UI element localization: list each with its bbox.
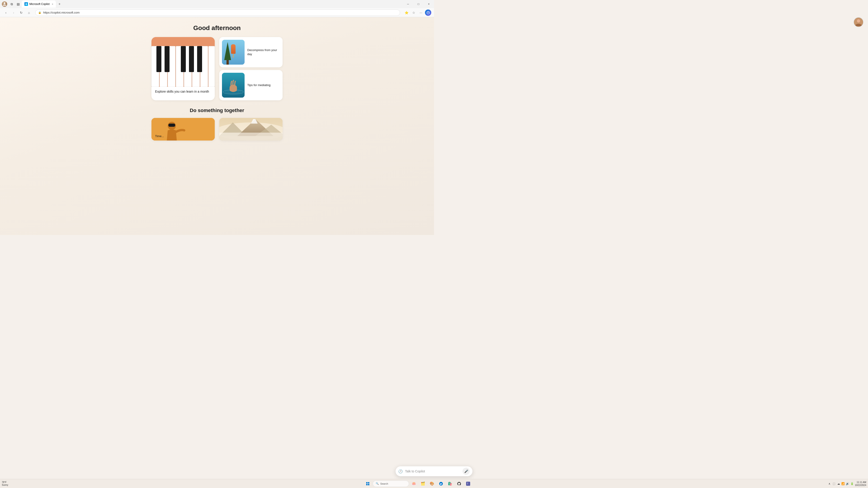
tab-icon-group: ⧉ ▤	[9, 1, 21, 7]
svg-rect-15	[164, 46, 169, 72]
svg-rect-17	[189, 46, 194, 72]
vertical-tabs-icon[interactable]: ▤	[16, 1, 21, 7]
favorites-btn[interactable]: ☆	[410, 9, 417, 16]
maximize-btn[interactable]: □	[413, 0, 424, 8]
tab-favicon	[24, 2, 28, 6]
piano-label: Explore skills you can learn in a month	[155, 90, 209, 93]
extensions-btn[interactable]: ⭐	[403, 9, 410, 16]
svg-marker-19	[224, 42, 231, 60]
close-btn[interactable]: ×	[424, 0, 434, 8]
greeting-title: Good afternoon	[0, 24, 434, 32]
cards-section: Explore skills you can learn in a month	[0, 37, 434, 100]
home-btn[interactable]: ⌂	[26, 9, 32, 16]
svg-rect-13	[209, 46, 215, 87]
piano-card[interactable]: Explore skills you can learn in a month	[151, 37, 215, 100]
svg-rect-20	[226, 60, 229, 65]
vr-card[interactable]: Time...	[151, 118, 215, 140]
mountain-card[interactable]	[219, 118, 283, 140]
svg-rect-18	[197, 46, 202, 72]
do-together-title: Do something together	[0, 107, 434, 113]
vr-card-label: Time...	[155, 134, 164, 138]
window-controls: ─ □ ×	[403, 0, 434, 8]
active-tab[interactable]: Microsoft Copilot ×	[22, 0, 56, 8]
profile-avatar[interactable]	[2, 1, 7, 7]
more-btn[interactable]: ···	[418, 9, 424, 16]
decompress-card[interactable]: Decompress from your day	[219, 37, 283, 67]
decompress-text: Decompress from your day	[247, 48, 280, 56]
meditate-text: Tips for mediating	[247, 83, 271, 87]
refresh-btn[interactable]: ↻	[18, 9, 24, 16]
tab-bar: ⧉ ▤ Microsoft Copilot × + ─ □ ×	[0, 0, 434, 8]
browser-controls: ‹ › ↻ ⌂ 🔒 https://copilot.microsoft.com …	[0, 8, 434, 17]
bottom-cards: Time...	[0, 118, 434, 140]
piano-image	[151, 37, 215, 87]
main-content: Good afternoon	[0, 17, 434, 235]
meditate-thumb	[222, 73, 245, 98]
svg-rect-33	[219, 133, 283, 140]
piano-card-text: Explore skills you can learn in a month	[151, 87, 215, 97]
time-label: Time...	[155, 134, 164, 138]
tab-close-btn[interactable]: ×	[52, 3, 53, 5]
lock-icon: 🔒	[38, 11, 41, 14]
back-btn[interactable]: ‹	[3, 9, 9, 16]
meditate-card[interactable]: Tips for mediating	[219, 70, 283, 100]
meditate-label: Tips for mediating	[247, 84, 271, 87]
workspaces-icon[interactable]: ⧉	[9, 1, 14, 7]
svg-point-2	[427, 11, 430, 14]
tab-title: Microsoft Copilot	[29, 2, 50, 6]
svg-rect-16	[181, 46, 186, 72]
cards-right: Decompress from your day	[219, 37, 283, 100]
minimize-btn[interactable]: ─	[403, 0, 413, 8]
browser-actions: ⭐ ☆ ···	[403, 9, 431, 16]
decompress-label: Decompress from your day	[247, 48, 277, 56]
svg-point-0	[4, 2, 5, 4]
svg-rect-14	[156, 46, 161, 72]
url-text: https://copilot.microsoft.com	[43, 11, 80, 14]
copilot-edge-btn[interactable]	[425, 9, 431, 16]
new-tab-btn[interactable]: +	[57, 1, 62, 7]
address-bar[interactable]: 🔒 https://copilot.microsoft.com	[35, 9, 400, 16]
svg-rect-26	[168, 124, 175, 127]
forward-btn[interactable]: ›	[10, 9, 17, 16]
decompress-thumb	[222, 40, 245, 65]
